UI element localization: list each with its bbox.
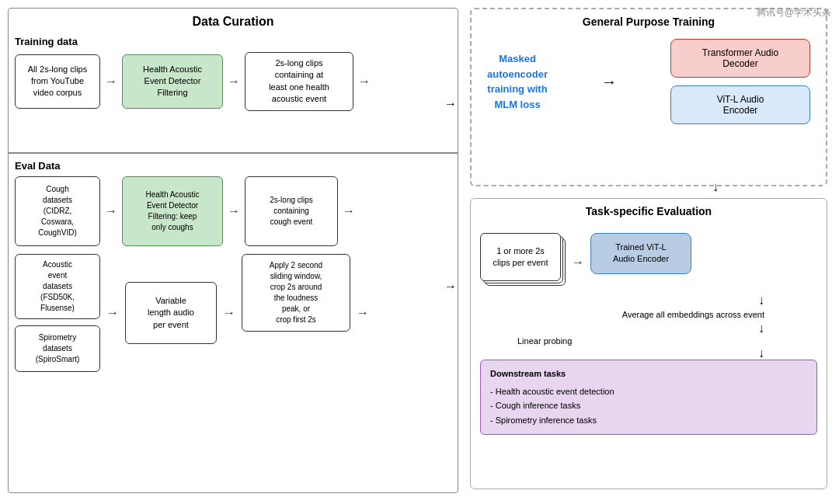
eval-filter-box: Health Acoustic Event Detector Filtering… xyxy=(122,176,223,246)
tse-arrow-down3: ↓ xyxy=(758,347,764,360)
eval-arrow3: → xyxy=(343,204,355,218)
left-panel: Data Curation Training data All 2s-long … xyxy=(8,8,458,493)
eval-arrow5: → xyxy=(223,306,235,320)
connect-arrow-vit-down: ↓ xyxy=(712,180,719,194)
vit-encoder-box: ViT-L Audio Encoder xyxy=(670,85,810,124)
eval-arrow4: → xyxy=(106,306,119,320)
training-box1: All 2s-long clips from YouTube video cor… xyxy=(15,54,100,109)
tse-arrow-down2: ↓ xyxy=(758,322,764,335)
arrow1: → xyxy=(105,75,117,89)
var-length-box: Variable length audio per event xyxy=(125,282,217,344)
training-flow: All 2s-long clips from YouTube video cor… xyxy=(15,52,450,111)
training-output-box: 2s-long clips containing at least one he… xyxy=(245,52,353,111)
transformer-box: Transformer Audio Decoder xyxy=(670,39,810,78)
trained-vit-box: Trained ViT-L Audio Encoder xyxy=(590,233,691,274)
downstream-item-1: - Health acoustic event detection xyxy=(490,384,807,399)
watermark: 腾讯号@学术头条 xyxy=(757,6,831,19)
gpt-content: Masked autoencoder training with MLM los… xyxy=(472,31,826,124)
eval-left-col: Acoustic event datasets (FSD50K, Flusens… xyxy=(15,254,100,372)
eval-bottom-row: Acoustic event datasets (FSD50K, Flusens… xyxy=(15,254,450,372)
downstream-box: Downstream tasks - Health acoustic event… xyxy=(480,360,817,435)
downstream-item-2: - Cough inference tasks xyxy=(490,398,807,413)
eval-arrow4-wrap: → xyxy=(106,306,119,320)
main-container: 腾讯号@学术头条 Data Curation Training data All… xyxy=(0,0,839,504)
apply-box: Apply 2 second sliding window, crop 2s a… xyxy=(242,254,350,332)
tse-box: Task-specific Evaluation 1 or more 2s cl… xyxy=(470,198,827,489)
eval-arrow1: → xyxy=(105,204,117,218)
eval-flow1: Cough datasets (CIDRZ, Coswara, CoughVID… xyxy=(15,176,450,246)
training-label: Training data xyxy=(15,36,450,47)
eval-cough-box: Cough datasets (CIDRZ, Coswara, CoughVID… xyxy=(15,176,100,246)
tse-content: 1 or more 2s clips per event → Trained V… xyxy=(471,221,827,291)
tse-arrow-down1: ↓ xyxy=(758,294,764,307)
connect-arrow-eval: → xyxy=(444,280,457,294)
tse-arrow1: → xyxy=(572,255,584,269)
linear-text: Linear probing xyxy=(517,336,572,346)
eval-acoustic-box: Acoustic event datasets (FSD50K, Flusens… xyxy=(15,254,100,319)
arrow3: → xyxy=(358,75,371,89)
arrow2: → xyxy=(228,75,240,89)
downstream-wrap: Downstream tasks - Health acoustic event… xyxy=(471,360,827,435)
encoder-decoder-col: Transformer Audio Decoder ViT-L Audio En… xyxy=(670,39,810,124)
data-curation-title: Data Curation xyxy=(9,9,458,32)
right-panel: General Purpose Training Masked autoenco… xyxy=(470,8,829,493)
eval-arrow2: → xyxy=(228,204,240,218)
clips-front-box: 1 or more 2s clips per event xyxy=(480,233,561,281)
downstream-item-3: - Spirometry inference tasks xyxy=(490,413,807,428)
clips-stack: 1 or more 2s clips per event xyxy=(480,233,566,291)
avg-text: Average all embeddings across event xyxy=(622,310,764,319)
training-section: Training data All 2s-long clips from You… xyxy=(15,36,450,111)
tse-title: Task-specific Evaluation xyxy=(471,199,827,221)
tse-bottom: ↓ Average all embeddings across event ↓ … xyxy=(471,291,827,360)
gpt-arrow: → xyxy=(601,73,617,91)
connect-arrow-training: → xyxy=(444,97,457,111)
eval-clips-box: 2s-long clips containing cough event xyxy=(245,176,338,246)
eval-arrow6: → xyxy=(357,306,369,320)
downstream-title: Downstream tasks xyxy=(490,367,807,381)
masked-text: Masked autoencoder training with MLM los… xyxy=(487,51,548,112)
training-filter-box: Health Acoustic Event Detector Filtering xyxy=(122,54,223,109)
gpt-box: General Purpose Training Masked autoenco… xyxy=(470,8,827,186)
eval-label: Eval Data xyxy=(15,160,450,172)
eval-spirometry-box: Spirometry datasets (SpiroSmart) xyxy=(15,325,100,372)
eval-section: Eval Data Cough datasets (CIDRZ, Coswara… xyxy=(15,160,450,372)
divider xyxy=(9,152,458,154)
